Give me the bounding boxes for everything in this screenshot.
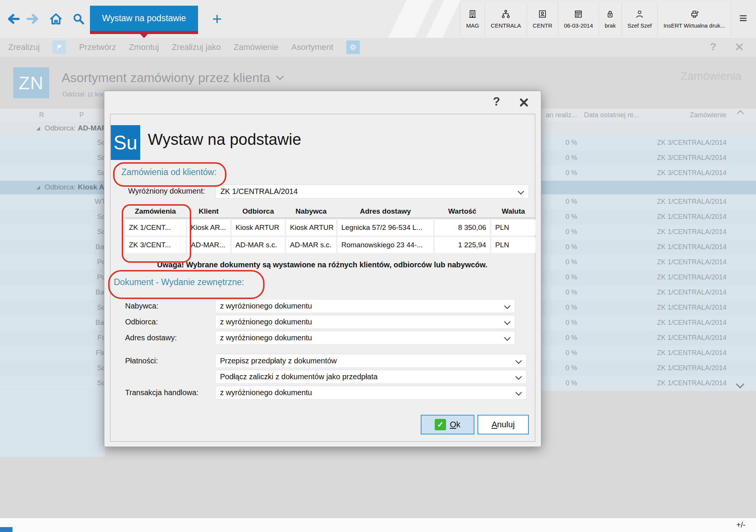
orders-column-header[interactable]: Adres dostawy <box>338 206 433 217</box>
orders-column-header[interactable]: Odbiorca <box>232 206 285 217</box>
zoom-control[interactable]: +/- <box>736 521 745 529</box>
menu-item-zmontuj[interactable]: Zmontuj <box>129 42 159 52</box>
expand-triangle-icon[interactable] <box>36 186 40 189</box>
status-footer: +/- <box>0 518 756 532</box>
field-select[interactable]: z wyróżnionego dokumentu <box>215 315 515 329</box>
tab-wystaw-na-podstawie[interactable]: Wystaw na podstawie <box>90 6 198 31</box>
field-select[interactable]: Podłącz zaliczki z dokumentów jako przed… <box>215 370 527 384</box>
status-item-mag[interactable]: MAG <box>460 2 485 36</box>
menu-item-przetwórz[interactable]: Przetwórz <box>79 42 116 52</box>
menu-item-asortyment[interactable]: Asortyment <box>291 42 333 52</box>
search-icon <box>72 12 85 26</box>
orders-column-header[interactable]: Zamówienia <box>125 206 186 217</box>
selection-strip <box>0 389 105 457</box>
column-header-p[interactable]: P <box>74 111 89 119</box>
help-button[interactable]: ? <box>710 41 716 53</box>
chevron-down-icon <box>504 319 511 325</box>
orders-column-header[interactable]: Waluta <box>491 206 535 217</box>
status-item-centr[interactable]: CENTR <box>527 2 558 36</box>
field-select[interactable]: z wyróżnionego dokumentu <box>215 331 515 345</box>
field-label: Transakcja handlowa: <box>125 388 198 397</box>
forward-arrow-icon <box>26 13 40 25</box>
sort-chevron-icon[interactable] <box>737 110 744 117</box>
orders-column-header[interactable]: Klient <box>187 206 230 217</box>
dialog-help-button[interactable]: ? <box>493 95 500 109</box>
order-cell: Legnicka 57/2 96-534 L... <box>338 220 433 236</box>
status-item-brak[interactable]: brak <box>599 2 621 36</box>
back-button[interactable] <box>5 11 21 27</box>
new-tab-button[interactable]: + <box>209 8 225 29</box>
orders-column-header[interactable]: Wartość <box>435 206 490 217</box>
realize-doc-icon[interactable] <box>53 40 66 54</box>
top-bar: Wystaw na podstawie + MAGCENTRALACENTR06… <box>0 0 756 38</box>
status-item-centrala[interactable]: CENTRALA <box>485 2 527 36</box>
search-button[interactable] <box>70 11 87 27</box>
printer-icon <box>689 9 699 20</box>
field-select[interactable]: z wyróżnionego dokumentu <box>215 299 515 313</box>
column-header-r[interactable]: R <box>34 111 49 119</box>
status-item-06-03-2014[interactable]: 06-03-2014 <box>558 2 599 36</box>
chevron-down-icon <box>516 374 522 380</box>
order-cell: 1 225,94 <box>435 237 490 253</box>
chevron-down-icon <box>276 72 284 80</box>
order-cell: 8 350,06 <box>435 220 490 236</box>
close-icon <box>735 42 744 51</box>
column-header-order[interactable]: Zamówienie <box>643 111 727 119</box>
orders-table: ZamówieniaKlientOdbiorcaNabywcaAdres dos… <box>125 206 535 253</box>
id-card-icon <box>538 9 547 20</box>
taskbar-corner <box>0 527 12 532</box>
check-icon: ✓ <box>435 419 446 430</box>
status-item-insert-wirtualna-druk[interactable]: InsERT Wirtualna druk... <box>657 2 731 36</box>
chevron-down-icon <box>504 303 511 309</box>
field-label: Odbiorca: <box>125 318 158 326</box>
overflow-menu-button[interactable]: ≡ <box>735 8 751 28</box>
ok-button[interactable]: ✓ Ok <box>421 415 474 434</box>
filter-label: Oddział: <box>62 91 88 98</box>
cancel-button[interactable]: Anuluj <box>477 415 529 434</box>
section-label-orders: Zamówienia od klientów: <box>121 167 217 177</box>
wystaw-na-podstawie-dialog: ? Su Wystaw na podstawie Zamówienia od k… <box>104 91 541 447</box>
section-label-document: Dokument - Wydanie zewnętrzne: <box>114 277 244 287</box>
featured-doc-label: Wyróżniony dokument: <box>128 187 205 195</box>
menu-item-zrealizuj[interactable]: Zrealizuj <box>8 42 40 52</box>
field-label: Nabywca: <box>125 302 158 310</box>
warning-text: Uwaga! Wybrane dokumenty są wystawione n… <box>110 261 534 269</box>
gear-icon[interactable] <box>346 40 360 54</box>
order-row[interactable]: ZK 3/CENT...AD-MAR...AD-MAR s.c.AD-MAR s… <box>125 237 535 253</box>
order-cell: PLN <box>491 237 535 253</box>
chevron-down-icon <box>504 335 511 341</box>
field-select[interactable]: Przepisz przedpłaty z dokumentów <box>215 354 527 368</box>
order-row[interactable]: ZK 1/CENT...Kiosk AR...Kiosk ARTURKiosk … <box>125 220 535 236</box>
order-cell: AD-MAR s.c. <box>232 237 285 253</box>
column-header-last-date[interactable]: Data ostatniej re... <box>584 111 639 119</box>
close-icon <box>519 97 529 108</box>
person-icon <box>635 9 644 20</box>
menu-item-zrealizuj-jako[interactable]: Zrealizuj jako <box>172 42 221 52</box>
padlock-icon <box>605 9 615 20</box>
dialog-title: Wystaw na podstawie <box>148 130 301 149</box>
status-cluster: MAGCENTRALACENTR06-03-2014brakSzef SzefI… <box>460 2 731 36</box>
status-item-szef-szef[interactable]: Szef Szef <box>621 2 657 36</box>
module-badge: ZN <box>13 67 49 98</box>
order-cell: ZK 1/CENT... <box>125 220 186 236</box>
tab-active-underline <box>90 31 198 34</box>
order-cell: AD-MAR... <box>187 237 230 253</box>
calendar-icon <box>573 9 583 20</box>
field-label: Adres dostawy: <box>125 333 177 342</box>
field-select[interactable]: z wyróżnionego dokumentu <box>215 386 527 400</box>
page-title[interactable]: Asortyment zamówiony przez klienta <box>62 70 283 85</box>
featured-doc-select[interactable]: ZK 1/CENTRALA/2014 <box>215 185 529 199</box>
forward-button[interactable] <box>25 11 42 27</box>
tab-caret <box>140 34 148 38</box>
chevron-down-icon <box>516 389 522 396</box>
expand-triangle-icon[interactable] <box>36 127 40 130</box>
close-view-button[interactable] <box>735 42 744 53</box>
decor-stripe <box>369 0 441 38</box>
dialog-close-button[interactable] <box>519 97 530 109</box>
menu-bar: ZrealizujPrzetwórzZmontujZrealizuj jakoZ… <box>0 38 756 57</box>
building-icon <box>468 9 477 20</box>
menu-item-zamówienie[interactable]: Zamówienie <box>234 42 279 52</box>
orders-column-header[interactable]: Nabywca <box>286 206 336 217</box>
home-button[interactable] <box>48 11 64 27</box>
chevron-down-icon <box>516 358 522 364</box>
